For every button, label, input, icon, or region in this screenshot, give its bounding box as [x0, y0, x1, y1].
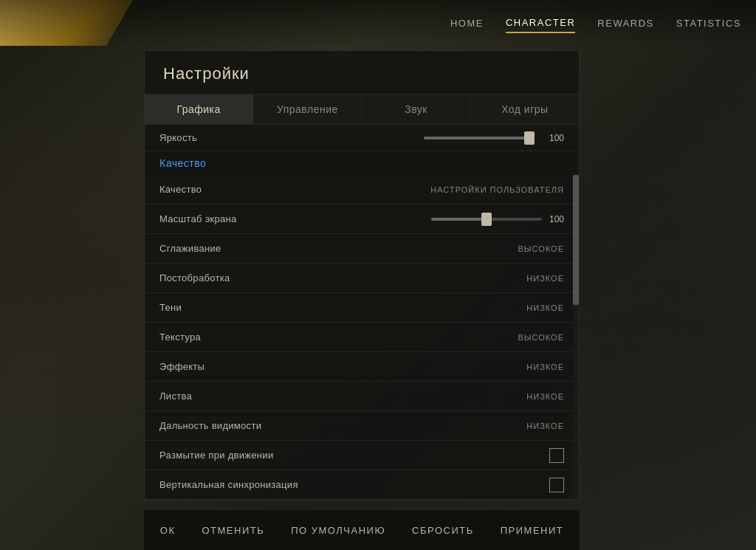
apply-button[interactable]: ПРИМЕНИТ	[495, 521, 570, 540]
tab-gameplay[interactable]: Ход игры	[471, 94, 579, 124]
reset-button[interactable]: СБРОСИТЬ	[406, 521, 480, 540]
antialiasing-label: Сглаживание	[159, 243, 518, 254]
scale-slider-track[interactable]	[431, 218, 542, 221]
effects-label: Эффекты	[159, 361, 526, 372]
texture-value: ВЫСОКОЕ	[518, 333, 564, 342]
settings-scrollbar[interactable]	[573, 175, 579, 500]
setting-row-foliage: Листва НИЗКОЕ	[145, 382, 579, 411]
brightness-row: Яркость 100	[145, 125, 579, 151]
scale-value: 100	[542, 214, 564, 224]
top-navigation: HOME CHARACTER REWARDS STATISTICS	[0, 0, 756, 46]
scale-slider-fill	[431, 218, 487, 221]
setting-row-scale: Масштаб экрана 100	[145, 204, 579, 234]
nav-item-home[interactable]: HOME	[450, 14, 484, 32]
effects-value: НИЗКОЕ	[526, 362, 564, 371]
shadows-value: НИЗКОЕ	[526, 303, 564, 312]
brightness-slider-track[interactable]	[424, 137, 535, 140]
scale-slider-thumb[interactable]	[481, 213, 492, 226]
postprocessing-label: Постобработка	[159, 272, 526, 283]
brightness-slider-container[interactable]	[424, 137, 535, 140]
settings-panel: Настройки Графика Управление Звук Ход иг…	[144, 50, 580, 501]
nav-item-statistics[interactable]: STATISTICS	[676, 14, 741, 32]
quality-label: Качество	[159, 184, 430, 195]
settings-tabs: Графика Управление Звук Ход игры	[145, 94, 579, 125]
setting-row-motion-blur: Размытие при движении	[145, 441, 579, 470]
setting-row-antialiasing: Сглаживание ВЫСОКОЕ	[145, 234, 579, 264]
view-distance-label: Дальность видимости	[159, 420, 526, 431]
scale-label: Масштаб экрана	[159, 213, 431, 224]
tab-controls[interactable]: Управление	[253, 94, 362, 124]
texture-label: Текстура	[159, 331, 518, 343]
quality-value: НАСТРОЙКИ ПОЛЬЗОВАТЕЛЯ	[430, 185, 564, 194]
nav-items-container: HOME CHARACTER REWARDS STATISTICS	[450, 13, 741, 33]
motion-blur-label: Размытие при движении	[159, 450, 549, 461]
scale-slider-container[interactable]	[431, 218, 542, 221]
ok-button[interactable]: ОК	[154, 521, 182, 540]
nav-item-character[interactable]: CHARACTER	[506, 13, 575, 33]
setting-row-effects: Эффекты НИЗКОЕ	[145, 352, 579, 382]
motion-blur-checkbox[interactable]	[549, 448, 564, 463]
foliage-label: Листва	[159, 391, 526, 402]
foliage-value: НИЗКОЕ	[526, 392, 564, 401]
settings-content: Яркость 100 Качество Качество НАСТРОЙКИ …	[145, 125, 579, 500]
setting-row-quality: Качество НАСТРОЙКИ ПОЛЬЗОВАТЕЛЯ	[145, 175, 579, 204]
scrollable-rows: Качество НАСТРОЙКИ ПОЛЬЗОВАТЕЛЯ Масштаб …	[145, 175, 579, 500]
vsync-label: Вертикальная синхронизация	[159, 479, 549, 490]
vsync-checkbox[interactable]	[549, 478, 564, 492]
setting-row-vsync: Вертикальная синхронизация	[145, 470, 579, 500]
tab-graphics[interactable]: Графика	[145, 94, 253, 124]
action-bar: ОК ОТМЕНИТЬ ПО УМОЛЧАНИЮ СБРОСИТЬ ПРИМЕН…	[144, 509, 580, 550]
brightness-slider-thumb[interactable]	[524, 131, 535, 145]
setting-row-view-distance: Дальность видимости НИЗКОЕ	[145, 411, 579, 441]
view-distance-value: НИЗКОЕ	[526, 422, 564, 430]
cancel-button[interactable]: ОТМЕНИТЬ	[196, 521, 270, 540]
shadows-label: Тени	[159, 302, 526, 313]
setting-row-postprocessing: Постобработка НИЗКОЕ	[145, 264, 579, 293]
setting-row-texture: Текстура ВЫСОКОЕ	[145, 323, 579, 352]
brightness-label: Яркость	[159, 132, 416, 143]
nav-item-rewards[interactable]: REWARDS	[597, 14, 653, 32]
antialiasing-value: ВЫСОКОЕ	[518, 244, 564, 253]
scrollbar-thumb[interactable]	[573, 175, 579, 305]
postprocessing-value: НИЗКОЕ	[526, 274, 564, 283]
settings-title: Настройки	[145, 51, 579, 94]
setting-row-shadows: Тени НИЗКОЕ	[145, 293, 579, 323]
default-button[interactable]: ПО УМОЛЧАНИЮ	[285, 521, 391, 540]
tab-sound[interactable]: Звук	[362, 94, 471, 124]
brightness-value: 100	[542, 133, 564, 143]
brightness-slider-fill	[424, 137, 535, 140]
quality-section-header: Качество	[145, 151, 579, 175]
